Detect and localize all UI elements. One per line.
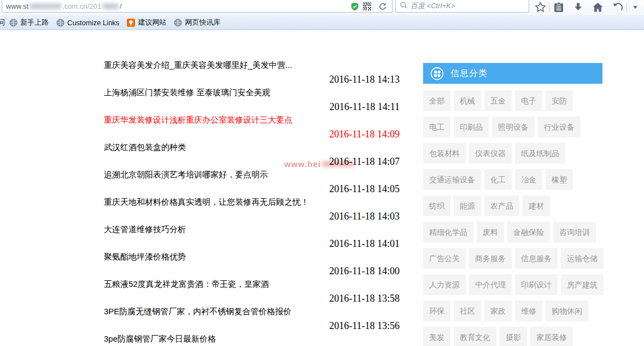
category-button[interactable]: 印刷品 bbox=[454, 117, 489, 137]
article-row: 五粮液52度真龙祥龙富贵酒：帝王瓷，皇家酒2016-11-18 13:58 bbox=[104, 278, 400, 305]
category-button[interactable]: 教育文化 bbox=[454, 327, 496, 346]
category-button[interactable]: 金融保险 bbox=[507, 222, 550, 243]
bookmark-item[interactable]: 网页快讯库 bbox=[174, 18, 220, 27]
category-row: 包装材料仪表仪器纸及纸制品 bbox=[423, 143, 602, 169]
bookmark-item[interactable]: Customize Links bbox=[56, 19, 119, 27]
category-button[interactable]: 行业设备 bbox=[538, 117, 581, 137]
url-part-3: / bbox=[120, 2, 122, 10]
category-button[interactable]: 人力资源 bbox=[423, 274, 466, 295]
bookmark-item[interactable]: 新手上路 bbox=[9, 18, 49, 27]
article-timestamp: 2016-11-18 14:00 bbox=[104, 264, 400, 278]
category-button[interactable]: 包装材料 bbox=[423, 143, 466, 164]
article-row: 重庆美容美发介绍_重庆美容美发哪里好_美发中营...2016-11-18 14:… bbox=[104, 59, 400, 86]
category-button[interactable]: 全部 bbox=[423, 90, 450, 111]
redacted-url-segment bbox=[102, 3, 119, 9]
category-button[interactable]: 房产建筑 bbox=[561, 274, 604, 295]
search-icon bbox=[400, 1, 407, 11]
category-button[interactable]: 电子 bbox=[515, 90, 542, 111]
qr-code-icon[interactable] bbox=[361, 2, 373, 11]
category-button[interactable]: 购物休闲 bbox=[546, 301, 588, 321]
category-button[interactable]: 咨询培训 bbox=[553, 222, 596, 243]
category-row: 全部机械五金电子安防 bbox=[423, 90, 602, 117]
category-button[interactable]: 五金 bbox=[484, 90, 512, 111]
bookmarks-menu-icon[interactable] bbox=[551, 1, 566, 14]
bookmark-star-icon[interactable] bbox=[532, 1, 548, 14]
category-button[interactable]: 环保 bbox=[423, 301, 450, 321]
category-button[interactable]: 废料 bbox=[477, 222, 504, 243]
category-button[interactable]: 化工 bbox=[484, 169, 512, 190]
undo-history-icon[interactable] bbox=[610, 1, 625, 14]
category-button[interactable]: 广告公关 bbox=[423, 248, 466, 269]
article-title-link[interactable]: 大连管道维修技巧分析 bbox=[104, 223, 400, 237]
article-title-link[interactable]: 3PE防腐无缝钢管厂家，内衬不锈钢复合管价格报价 bbox=[104, 305, 400, 319]
category-button[interactable]: 中介代理 bbox=[469, 274, 512, 295]
article-title-link[interactable]: 3pe防腐钢管厂家今日最新价格 bbox=[104, 333, 400, 346]
category-row: 环保社区家政维修购物休闲 bbox=[423, 301, 602, 327]
article-title-link[interactable]: 五粮液52度真龙祥龙富贵酒：帝王瓷，皇家酒 bbox=[104, 278, 400, 291]
bookmark-label: 网页快讯库 bbox=[185, 18, 220, 27]
category-button[interactable]: 冶金 bbox=[515, 169, 542, 190]
web-page: www.hei 重庆美容美发介绍_重庆美容美发哪里好_美发中营...2016-1… bbox=[0, 30, 644, 346]
category-button[interactable]: 农产品 bbox=[484, 195, 519, 216]
article-title-link[interactable]: 上海杨浦区门禁安装维修 至泰玻璃门安全美观 bbox=[104, 86, 400, 100]
toolbar-overflow-caret[interactable] bbox=[628, 1, 643, 14]
category-button[interactable]: 运输仓储 bbox=[561, 248, 604, 269]
article-title-link[interactable]: 追溯北京朝阳表演艺考培训哪家好，要点明示 bbox=[104, 169, 400, 182]
redacted-url-segment bbox=[30, 3, 61, 9]
category-button[interactable]: 仪表仪器 bbox=[469, 143, 512, 164]
article-list: 重庆美容美发介绍_重庆美容美发哪里好_美发中营...2016-11-18 14:… bbox=[104, 59, 400, 346]
article-timestamp: 2016-11-18 14:07 bbox=[104, 154, 400, 169]
article-title-link[interactable]: 武汉红酒包装盒的种类 bbox=[104, 141, 400, 154]
globe-favicon-icon bbox=[9, 19, 17, 27]
globe-favicon-icon bbox=[174, 19, 182, 27]
address-url[interactable]: www.st .com.cn/201 / bbox=[6, 0, 122, 10]
category-row: 人力资源中介代理印刷设计房产建筑 bbox=[423, 274, 602, 301]
category-button[interactable]: 信息服务 bbox=[515, 248, 558, 269]
url-part-1: www.st bbox=[6, 2, 28, 10]
category-row: 美发教育文化摄影家居装修 bbox=[423, 327, 602, 346]
category-button[interactable]: 安防 bbox=[546, 90, 573, 111]
article-title-link[interactable]: 重庆美容美发介绍_重庆美容美发哪里好_美发中营... bbox=[104, 59, 400, 72]
category-button[interactable]: 照明设备 bbox=[492, 117, 535, 137]
divider bbox=[549, 2, 549, 11]
category-row: 广告公关商务服务信息服务运输仓储 bbox=[423, 248, 602, 274]
address-bar[interactable]: www.st .com.cn/201 / bbox=[2, 0, 393, 13]
globe-favicon-icon bbox=[56, 19, 65, 27]
category-button[interactable]: 精细化学品 bbox=[423, 222, 473, 243]
article-title-link[interactable]: 重庆天地和材料价格真实透明，让您装修再无后顾之忧！ bbox=[104, 196, 400, 209]
category-button[interactable]: 建材 bbox=[523, 195, 550, 216]
category-button[interactable]: 印刷设计 bbox=[515, 274, 558, 295]
bookmark-item[interactable]: 建议网站 bbox=[127, 18, 166, 27]
security-shield-icon[interactable] bbox=[349, 2, 361, 11]
category-button[interactable]: 电工 bbox=[423, 117, 450, 137]
article-title-link[interactable]: 重庆华发装修设计浅析重庆办公室装修设计三大要点 bbox=[104, 114, 400, 127]
reload-button[interactable] bbox=[373, 1, 392, 12]
bookmark-item[interactable]: 问 bbox=[0, 18, 5, 27]
category-button[interactable]: 维修 bbox=[515, 301, 542, 321]
downloads-icon[interactable] bbox=[570, 1, 586, 14]
category-button[interactable]: 纸及纸制品 bbox=[515, 143, 565, 164]
bookmarks-bar: 问新手上路Customize Links建议网站网页快讯库 bbox=[0, 15, 644, 30]
article-row: 3PE防腐无缝钢管厂家，内衬不锈钢复合管价格报价2016-11-18 13:56 bbox=[104, 305, 400, 333]
category-button[interactable]: 商务服务 bbox=[469, 248, 512, 269]
category-button[interactable]: 能源 bbox=[454, 195, 481, 216]
category-button[interactable]: 机械 bbox=[454, 90, 481, 111]
category-button[interactable]: 交通运输设备 bbox=[423, 169, 481, 190]
category-button[interactable]: 橡塑 bbox=[546, 169, 573, 190]
article-title-link[interactable]: 聚氨酯地坪漆价格优势 bbox=[104, 251, 400, 264]
article-timestamp: 2016-11-18 13:56 bbox=[104, 319, 400, 333]
category-button[interactable]: 家政 bbox=[484, 301, 512, 321]
search-bar[interactable]: 百度 <Ctrl+K> bbox=[395, 0, 529, 13]
article-row: 3pe防腐钢管厂家今日最新价格 bbox=[104, 333, 400, 346]
category-button[interactable]: 家居装修 bbox=[530, 327, 573, 346]
category-row: 电工印刷品照明设备行业设备 bbox=[423, 117, 602, 143]
category-button[interactable]: 摄影 bbox=[500, 327, 527, 346]
article-row: 上海杨浦区门禁安装维修 至泰玻璃门安全美观2016-11-18 14:11 bbox=[104, 86, 400, 114]
category-row: 精细化学品废料金融保险咨询培训 bbox=[423, 222, 602, 248]
category-grid-icon bbox=[430, 67, 444, 80]
category-button[interactable]: 美发 bbox=[423, 327, 450, 346]
bookmark-label: Customize Links bbox=[67, 19, 119, 27]
category-button[interactable]: 社区 bbox=[454, 301, 481, 321]
home-icon[interactable] bbox=[590, 1, 605, 14]
category-button[interactable]: 纺织 bbox=[423, 195, 450, 216]
